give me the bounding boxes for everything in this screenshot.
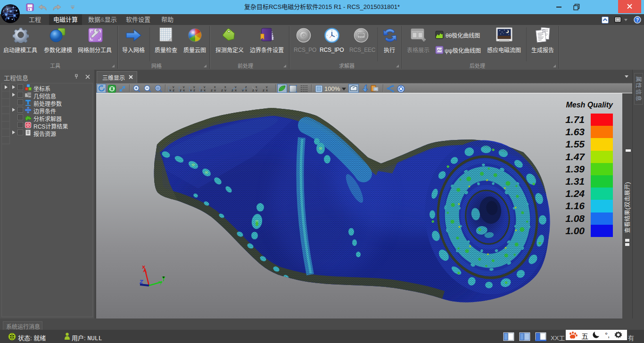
- svg-text:z: z: [173, 88, 174, 92]
- svg-text:?: ?: [636, 17, 639, 23]
- svg-text:v: v: [242, 88, 244, 92]
- svg-text:x: x: [245, 88, 247, 92]
- svg-text:v: v: [256, 88, 257, 92]
- svg-text:x: x: [235, 88, 237, 92]
- svg-text:x: x: [214, 85, 216, 89]
- svg-text:x: x: [190, 88, 192, 92]
- svg-text:v: v: [214, 88, 216, 92]
- svg-text:x: x: [169, 88, 171, 92]
- svg-text:z: z: [252, 88, 254, 92]
- svg-text:z: z: [180, 88, 182, 92]
- svg-text:x: x: [204, 88, 206, 92]
- svg-text:z: z: [231, 88, 233, 92]
- svg-text:z: z: [193, 88, 195, 92]
- svg-text:v: v: [183, 85, 185, 89]
- svg-text:x: x: [183, 88, 185, 92]
- svg-text:v: v: [266, 85, 268, 89]
- svg-text:v: v: [224, 88, 226, 92]
- svg-text:v: v: [235, 85, 237, 89]
- svg-text:v: v: [204, 85, 206, 89]
- svg-text:z: z: [245, 85, 247, 89]
- svg-text:x: x: [256, 85, 257, 89]
- svg-text:x: x: [266, 88, 268, 92]
- svg-text:z: z: [263, 88, 264, 92]
- svg-text:z: z: [200, 88, 202, 92]
- svg-text:z: z: [221, 88, 223, 92]
- svg-text:v: v: [173, 85, 174, 89]
- svg-text:z: z: [211, 88, 213, 92]
- svg-text:v: v: [193, 85, 195, 89]
- svg-text:x: x: [224, 85, 226, 89]
